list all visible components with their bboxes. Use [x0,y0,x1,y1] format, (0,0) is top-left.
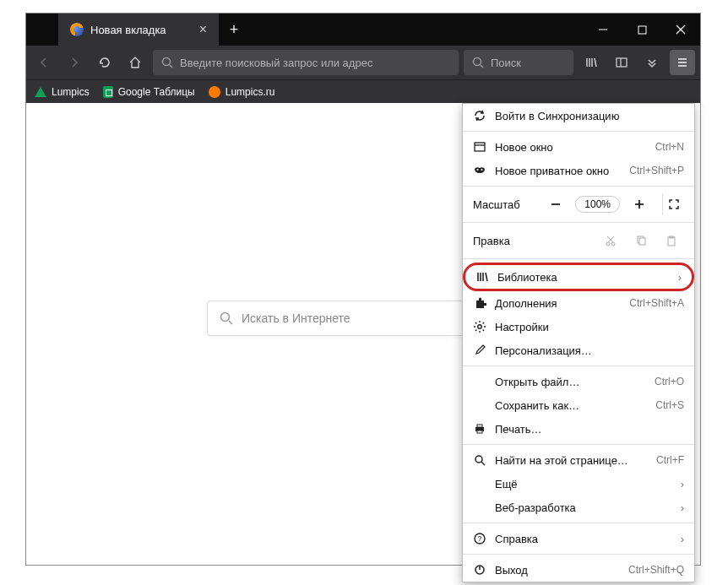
separator [463,523,694,523]
svg-point-6 [474,58,481,66]
bookmark-item[interactable]: Google Таблицы [103,86,195,98]
separator [463,131,694,132]
svg-point-30 [478,325,481,328]
app-menu: Войти в Синхронизацию Новое окно Ctrl+N … [462,103,695,582]
chevron-right-icon: › [681,478,684,490]
paste-button[interactable] [659,230,684,252]
menu-print[interactable]: Печать… [463,417,694,441]
zoom-in-button[interactable] [628,193,650,215]
svg-rect-32 [477,425,482,427]
home-button[interactable] [122,50,148,75]
chevron-right-icon: › [681,501,684,514]
svg-line-5 [170,65,172,68]
nav-toolbar: Введите поисковый запрос или адрес Поиск [26,46,700,79]
svg-point-34 [475,456,482,463]
svg-text:?: ? [477,534,481,543]
svg-point-4 [163,58,171,66]
svg-line-14 [229,321,232,324]
svg-line-25 [607,236,613,242]
library-icon [475,270,489,284]
sync-icon [473,109,486,122]
zoom-out-button[interactable] [545,193,567,215]
separator [463,222,694,223]
separator [463,186,694,187]
library-button[interactable] [579,50,604,75]
url-bar[interactable]: Введите поисковый запрос или адрес [153,50,459,75]
svg-line-35 [481,462,485,465]
chevron-right-icon: › [681,533,684,545]
menu-exit[interactable]: Выход Ctrl+Shift+Q [463,558,694,582]
power-icon [473,563,486,577]
search-bar[interactable]: Поиск [464,50,573,75]
bookmark-item[interactable]: Lumpics [35,86,90,98]
mask-icon [473,164,486,177]
svg-rect-8 [617,58,627,67]
site-icon [209,86,220,98]
separator [463,258,694,259]
close-tab-icon[interactable]: × [199,22,207,37]
puzzle-icon [473,296,486,310]
sheets-icon [103,86,113,98]
svg-rect-1 [638,26,646,34]
zoom-value: 100% [575,196,620,213]
minimize-button[interactable] [584,14,622,46]
separator [463,444,694,445]
reload-button[interactable] [92,50,117,75]
window-controls [584,14,700,46]
content-area: Искать в Интернете Войти в Синхронизацию… [26,103,700,565]
forward-button[interactable] [62,50,87,75]
menu-find[interactable]: Найти на этой странице… Ctrl+F [463,448,694,472]
svg-line-7 [481,65,483,68]
search-icon [220,311,233,325]
separator [463,366,694,366]
separator [463,554,694,555]
svg-rect-15 [475,143,485,151]
tab-title: Новая вкладка [90,24,166,36]
menu-new-window[interactable]: Новое окно Ctrl+N [463,135,694,159]
search-placeholder: Поиск [491,57,521,69]
gear-icon [473,320,486,333]
new-tab-button[interactable]: + [219,14,249,46]
firefox-icon [70,23,84,36]
menu-zoom: Масштаб 100% [463,190,694,219]
search-icon [473,453,486,467]
svg-rect-27 [639,238,645,245]
titlebar: Новая вкладка × + [26,14,700,46]
svg-point-17 [476,169,478,171]
tab-active[interactable]: Новая вкладка × [58,14,219,46]
overflow-button[interactable] [639,50,665,75]
menu-addons[interactable]: Дополнения Ctrl+Shift+A [463,291,694,315]
svg-rect-33 [477,431,482,433]
printer-icon [473,422,486,436]
menu-webdev[interactable]: Веб-разработка › [463,496,694,519]
menu-library[interactable]: Библиотека › [463,263,694,291]
copy-button[interactable] [628,230,654,252]
cut-button[interactable] [598,230,623,252]
chevron-right-icon: › [678,271,682,284]
browser-window: Новая вкладка × + Введите поисковый запр… [25,13,701,566]
search-icon [472,57,484,68]
menu-open-file[interactable]: Открыть файл… Ctrl+O [463,370,694,393]
svg-point-13 [221,313,230,322]
menu-edit: Правка [463,226,694,255]
menu-save-as[interactable]: Сохранить как… Ctrl+S [463,393,694,417]
url-placeholder: Введите поисковый запрос или адрес [180,57,372,69]
close-window-button[interactable] [661,14,700,46]
help-icon: ? [473,532,486,545]
svg-point-18 [481,169,482,171]
menu-more[interactable]: Ещё › [463,472,694,496]
tab-strip: Новая вкладка × + [26,14,249,46]
back-button[interactable] [31,50,57,75]
bookmarks-bar: Lumpics Google Таблицы Lumpics.ru [26,79,700,103]
menu-button[interactable] [670,50,695,75]
bookmark-item[interactable]: Lumpics.ru [209,86,275,98]
menu-settings[interactable]: Настройки [463,315,694,339]
window-icon [473,140,486,154]
menu-sync[interactable]: Войти в Синхронизацию [463,104,694,127]
menu-customize[interactable]: Персонализация… [463,339,694,362]
menu-new-private[interactable]: Новое приватное окно Ctrl+Shift+P [463,159,694,182]
sidebar-button[interactable] [609,50,634,75]
menu-help[interactable]: ? Справка › [463,527,694,550]
maximize-button[interactable] [622,14,661,46]
fullscreen-button[interactable] [662,193,684,215]
